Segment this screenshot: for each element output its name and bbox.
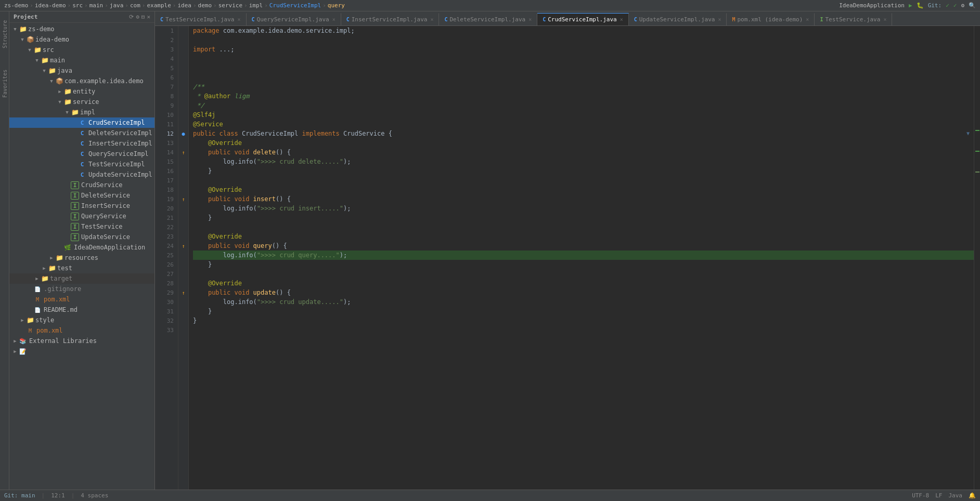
tab-QueryServiceImpl[interactable]: C QueryServiceImpl.java × [247,13,341,25]
tree-item-idea-demo[interactable]: ▼ 📦 idea-demo [9,34,154,45]
bc-service[interactable]: service [218,2,242,9]
line-position[interactable]: 12:1 [51,492,65,499]
bc-impl[interactable]: impl [249,2,263,9]
vcs-checkmark1[interactable]: ✓ [946,2,949,9]
fold-class-icon[interactable]: ▼ [966,129,970,138]
tree-item-CrudServiceImpl[interactable]: C CrudServiceImpl [9,117,154,128]
bc-zs-demo[interactable]: zs-demo [4,2,28,9]
tree-item-impl[interactable]: ▼ 📁 impl [9,107,154,117]
notifications-icon[interactable]: 🔔 [969,492,976,499]
bc-demo[interactable]: demo [198,2,212,9]
code-line-16: } — [193,166,974,176]
run-config-label[interactable]: IdeaDemoApplication [839,2,905,9]
tree-item-external-libs[interactable]: ▶ 📚 External Libraries [9,336,154,346]
tree-item-src[interactable]: ▼ 📁 src [9,45,154,55]
tree-item-pom-module[interactable]: M pom.xml [9,294,154,305]
bc-crud[interactable]: CrudServiceImpl [269,2,321,9]
vcs-status[interactable]: Git: main [4,492,35,499]
tree-item-InsertServiceImpl[interactable]: C InsertServiceImpl [9,138,154,149]
tree-item-CrudService[interactable]: I CrudService [9,180,154,190]
tree-item-entity[interactable]: ▶ 📁 entity [9,86,154,97]
tree-item-TestServiceImpl[interactable]: C TestServiceImpl [9,159,154,169]
tree-item-gitignore[interactable]: 📄 .gitignore [9,284,154,294]
tree-item-style[interactable]: ▶ 📁 style [9,315,154,325]
run-btn-icon[interactable]: ▶ [909,2,912,9]
search-icon[interactable]: 🔍 [969,2,976,9]
bc-com[interactable]: com [130,2,140,9]
sidebar-sync-btn[interactable]: ⟳ [129,14,134,20]
tree-item-QueryServiceImpl[interactable]: C QueryServiceImpl [9,149,154,159]
tab-close-CrudServiceImpl[interactable]: × [620,17,623,22]
tree-item-readme[interactable]: 📄 README.md [9,305,154,315]
tab-close-TestServiceImpl[interactable]: × [237,17,240,22]
tab-close-pom[interactable]: × [806,17,809,22]
structure-btn[interactable]: Structure [0,14,10,55]
bc-query[interactable]: query [328,2,345,9]
tree-item-IdeaDemoApplication[interactable]: 🌿 IdeaDemoApplication [9,242,154,253]
indent-info[interactable]: 4 spaces [81,492,108,499]
g-26 [178,260,188,269]
tree-item-target[interactable]: ▶ 📁 target [9,273,154,284]
sidebar-expand-btn[interactable]: ⊟ [141,14,145,20]
tab-UpdateServiceImpl[interactable]: C UpdateServiceImpl.java × [629,13,727,25]
tab-close-UpdateServiceImpl[interactable]: × [718,17,721,22]
sep10: › [244,2,248,9]
tab-icon-pom: M [732,17,735,22]
tab-CrudServiceImpl[interactable]: C CrudServiceImpl.java × [537,13,629,25]
tab-close-QueryServiceImpl[interactable]: × [332,17,336,22]
tab-DeleteServiceImpl[interactable]: C DeleteServiceImpl.java × [439,13,537,25]
tree-item-test[interactable]: ▶ 📁 test [9,263,154,273]
tree-item-DeleteServiceImpl[interactable]: C DeleteServiceImpl [9,128,154,138]
debug-btn-icon[interactable]: 🐛 [917,2,924,9]
label-test: test [57,265,72,272]
java-iface-icon-query: I [71,213,79,220]
file-type-label[interactable]: Java [949,492,963,499]
tree-item-resources[interactable]: ▶ 📁 resources [9,253,154,263]
token: */ [193,101,204,110]
sidebar-cog-btn[interactable]: ⚙ [136,14,139,20]
tab-TestServiceImpl[interactable]: C TestServiceImpl.java × [155,13,247,25]
arrow-test: ▶ [41,266,48,271]
tree-item-InsertService[interactable]: I InsertService [9,201,154,211]
token: package [193,26,223,35]
tree-item-UpdateServiceImpl[interactable]: C UpdateServiceImpl [9,169,154,180]
bc-idea[interactable]: idea [177,2,191,9]
favorites-btn[interactable]: Favorites [0,65,10,102]
tab-InsertServiceImpl[interactable]: C InsertServiceImpl.java × [341,13,440,25]
settings-btn[interactable]: ⚙ [961,2,964,9]
tree-item-DeleteService[interactable]: I DeleteService [9,190,154,201]
tab-pom[interactable]: M pom.xml (idea-demo) × [727,13,815,25]
tree-item-scratches[interactable]: ▶ 📝 [9,346,154,357]
vcs-checkmark2[interactable]: ✓ [953,2,957,9]
tab-close-InsertServiceImpl[interactable]: × [430,17,433,22]
code-editor[interactable]: 1 2 3 4 5 6 7 8 9 10 11 12 13 14 15 16 1… [155,26,980,490]
bc-src[interactable]: src [72,2,83,9]
arrow-style: ▶ [19,318,26,323]
tree-item-service[interactable]: ▼ 📁 service [9,97,154,107]
bc-main[interactable]: main [89,2,104,9]
line-separator-label[interactable]: LF [935,492,942,499]
token [193,241,208,251]
tree-item-pkg[interactable]: ▼ 📦 com.example.idea.demo [9,76,154,86]
tree-item-TestService[interactable]: I TestService [9,221,154,232]
left-side-panel: Structure Favorites [0,11,9,490]
ln-25: 25 [155,251,178,260]
tree-item-java[interactable]: ▼ 📁 java [9,65,154,76]
tree-item-QueryService[interactable]: I QueryService [9,211,154,221]
tree-item-pom-root[interactable]: M pom.xml [9,325,154,336]
encoding-label[interactable]: UTF-8 [912,492,929,499]
sidebar-close-btn[interactable]: ✕ [147,14,150,20]
g-12: ● [178,129,188,138]
tree-item-zs-demo[interactable]: ▼ 📁 zs-demo [9,24,154,34]
tree-item-UpdateService[interactable]: I UpdateService [9,232,154,242]
bc-idea-demo[interactable]: idea-demo [35,2,66,9]
tab-close-DeleteServiceImpl[interactable]: × [528,17,532,22]
tree-item-main[interactable]: ▼ 📁 main [9,55,154,65]
tab-TestService[interactable]: I TestService.java × [815,13,892,25]
label-entity: entity [73,88,95,95]
bc-example[interactable]: example [147,2,171,9]
tab-close-TestService[interactable]: × [883,17,886,22]
bc-java[interactable]: java [110,2,124,9]
code-content[interactable]: package com.example.idea.demo.service.im… [189,26,974,490]
sep6: › [142,2,146,9]
